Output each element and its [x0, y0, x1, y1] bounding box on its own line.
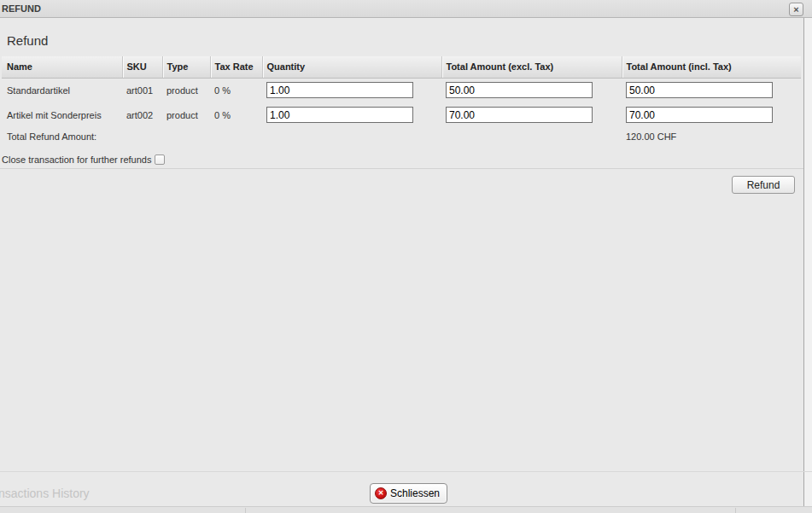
modal-titlebar: REFUND ×	[0, 0, 812, 18]
column-header-sku: SKU	[122, 56, 162, 78]
red-close-icon: ✕	[375, 487, 387, 499]
close-transaction-row: Close transaction for further refunds	[2, 154, 165, 166]
background-page-heading: nsactions History	[0, 487, 90, 500]
total-refund-value: 120.00 CHF	[626, 131, 676, 142]
total-incl-tax-input[interactable]	[626, 107, 773, 123]
item-sku: art001	[122, 78, 162, 102]
close-icon: ×	[793, 4, 798, 15]
footer-divider	[0, 471, 812, 472]
refund-items-table: Name SKU Type Tax Rate Quantity Total Am…	[2, 56, 801, 127]
total-excl-tax-input[interactable]	[446, 107, 593, 123]
column-header-total-incl: Total Amount (incl. Tax)	[622, 56, 801, 78]
column-header-name: Name	[2, 56, 122, 78]
bottom-bar-separator	[245, 508, 246, 513]
close-transaction-label: Close transaction for further refunds	[2, 154, 151, 165]
column-header-quantity: Quantity	[262, 56, 441, 78]
item-name: Standardartikel	[2, 78, 122, 102]
column-header-type: Type	[162, 56, 210, 78]
quantity-input[interactable]	[266, 107, 413, 123]
modal-title: REFUND	[2, 3, 41, 14]
close-transaction-checkbox[interactable]	[155, 154, 165, 165]
close-transaction-label-wrap[interactable]: Close transaction for further refunds	[2, 154, 165, 165]
table-row: Standardartikel art001 product 0 %	[2, 78, 801, 102]
schliessen-button-label: Schliessen	[390, 487, 440, 499]
column-header-total-excl: Total Amount (excl. Tax)	[441, 56, 622, 78]
item-sku: art002	[122, 102, 162, 127]
table-row: Artikel mit Sonderpreis art002 product 0…	[2, 102, 801, 127]
item-type: product	[162, 102, 210, 127]
bottom-bar-separator	[735, 508, 736, 513]
quantity-input[interactable]	[266, 82, 413, 98]
modal-close-button[interactable]: ×	[789, 3, 803, 16]
item-type: product	[162, 78, 210, 102]
refund-heading: Refund	[7, 33, 48, 48]
total-excl-tax-input[interactable]	[446, 82, 593, 98]
table-header-row: Name SKU Type Tax Rate Quantity Total Am…	[2, 56, 801, 78]
item-tax-rate: 0 %	[210, 78, 262, 102]
page-right-strip	[804, 18, 812, 506]
section-divider	[0, 168, 803, 169]
total-refund-label: Total Refund Amount:	[7, 131, 96, 142]
total-refund-row: Total Refund Amount: 120.00 CHF	[0, 131, 803, 145]
item-tax-rate: 0 %	[210, 102, 262, 127]
total-incl-tax-input[interactable]	[626, 82, 773, 98]
item-name: Artikel mit Sonderpreis	[2, 102, 122, 127]
refund-button[interactable]: Refund	[732, 176, 795, 194]
bottom-page-bar	[0, 506, 812, 513]
column-header-tax-rate: Tax Rate	[210, 56, 262, 78]
schliessen-button[interactable]: ✕ Schliessen	[370, 483, 447, 504]
